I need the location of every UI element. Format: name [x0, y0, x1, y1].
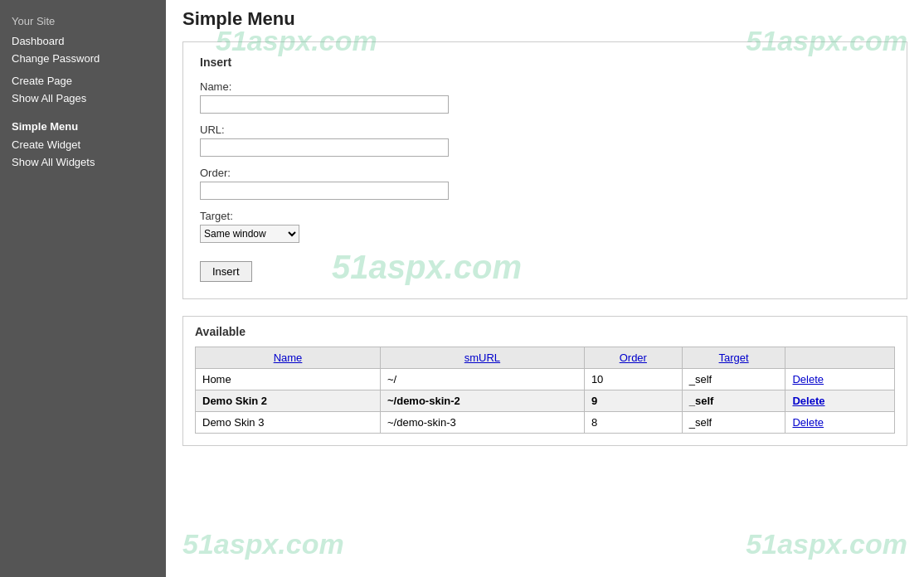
cell-smurl: ~/	[381, 369, 585, 390]
cell-target: _self	[682, 412, 785, 434]
create-widget-link[interactable]: Create Widget	[0, 136, 166, 153]
cell-smurl: ~/demo-skin-2	[381, 390, 585, 412]
col-target-link[interactable]: Target	[719, 352, 749, 364]
delete-link[interactable]: Delete	[792, 416, 824, 429]
page-title: Simple Menu	[182, 8, 907, 30]
target-select[interactable]: Same window New window	[200, 225, 299, 243]
sidebar-your-site-label: Your Site	[0, 8, 166, 32]
main-content: 51aspx.com 51aspx.com 51aspx.com 51aspx.…	[166, 0, 924, 577]
target-field-group: Target: Same window New window	[200, 210, 890, 243]
show-all-widgets-link[interactable]: Show All Widgets	[0, 153, 166, 171]
cell-delete: Delete	[785, 412, 895, 434]
watermark-bottom-right: 51aspx.com	[746, 528, 907, 560]
url-input[interactable]	[200, 138, 449, 157]
cell-order: 10	[584, 369, 682, 390]
url-field-group: URL:	[200, 124, 890, 157]
insert-button[interactable]: Insert	[200, 261, 252, 282]
col-name-link[interactable]: Name	[274, 352, 303, 364]
show-all-pages-link[interactable]: Show All Pages	[0, 90, 166, 107]
table-row: Demo Skin 2~/demo-skin-29_selfDelete	[196, 390, 895, 412]
col-target: Target	[682, 347, 785, 369]
watermark-bottom-left: 51aspx.com	[182, 528, 344, 560]
cell-name: Demo Skin 2	[196, 390, 381, 412]
dashboard-link[interactable]: Dashboard	[0, 32, 166, 50]
col-order: Order	[584, 347, 682, 369]
delete-link[interactable]: Delete	[792, 395, 824, 407]
available-table: Name smURL Order Target Home~/10_selfDel…	[195, 347, 895, 434]
cell-delete: Delete	[785, 390, 895, 412]
table-row: Home~/10_selfDelete	[196, 369, 895, 390]
create-page-link[interactable]: Create Page	[0, 72, 166, 90]
col-smurl: smURL	[381, 347, 585, 369]
cell-order: 9	[584, 390, 682, 412]
insert-panel: Insert Name: URL: Order: Target: Same wi…	[182, 41, 907, 299]
order-label: Order:	[200, 167, 890, 179]
cell-target: _self	[682, 390, 785, 412]
insert-panel-title: Insert	[200, 56, 890, 69]
url-label: URL:	[200, 124, 890, 136]
cell-delete: Delete	[785, 369, 895, 390]
simple-menu-label: Simple Menu	[12, 120, 78, 133]
name-input[interactable]	[200, 95, 449, 114]
table-header-row: Name smURL Order Target	[196, 347, 895, 369]
name-field-group: Name:	[200, 80, 890, 114]
col-name: Name	[196, 347, 381, 369]
cell-smurl: ~/demo-skin-3	[381, 412, 585, 434]
available-panel: Available Name smURL Order Target Home~/…	[182, 316, 907, 446]
cell-order: 8	[584, 412, 682, 434]
delete-link[interactable]: Delete	[792, 373, 824, 385]
order-field-group: Order:	[200, 167, 890, 200]
simple-menu-section: Simple Menu	[0, 112, 166, 136]
sidebar: Your Site Dashboard Change Password Crea…	[0, 0, 166, 577]
cell-name: Demo Skin 3	[196, 412, 381, 434]
col-actions	[785, 347, 895, 369]
target-label: Target:	[200, 210, 890, 222]
col-smurl-link[interactable]: smURL	[464, 352, 500, 364]
available-panel-title: Available	[195, 325, 895, 338]
name-label: Name:	[200, 80, 890, 93]
change-password-link[interactable]: Change Password	[0, 50, 166, 67]
order-input[interactable]	[200, 182, 449, 200]
col-order-link[interactable]: Order	[620, 352, 647, 364]
table-row: Demo Skin 3~/demo-skin-38_selfDelete	[196, 412, 895, 434]
cell-name: Home	[196, 369, 381, 390]
cell-target: _self	[682, 369, 785, 390]
